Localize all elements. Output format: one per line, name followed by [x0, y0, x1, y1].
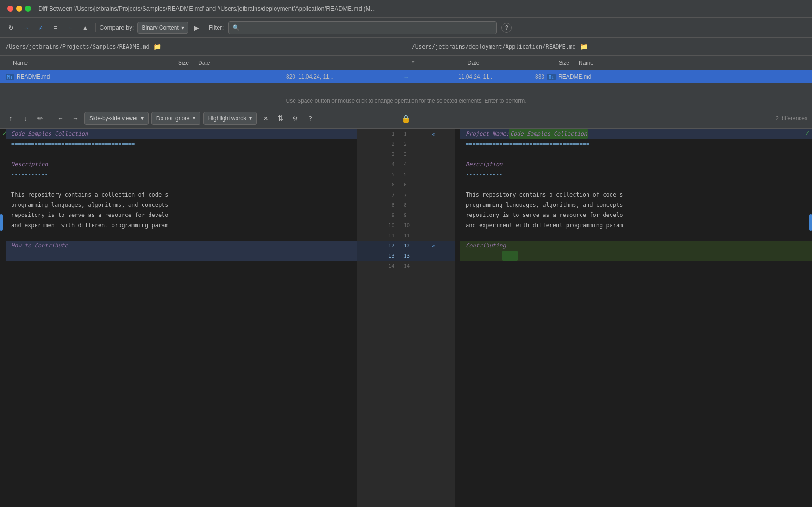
right-line-12: Contributing	[460, 241, 812, 251]
right-scroll-indicator	[809, 214, 812, 231]
settings-button[interactable]: ⚙	[289, 112, 301, 124]
lock-icon-area: 🔒	[401, 114, 411, 123]
right-name-header: Name	[579, 60, 593, 66]
help-button[interactable]: ?	[501, 23, 512, 33]
equal-button[interactable]: =	[49, 21, 62, 34]
right-file-name: README.md	[558, 74, 591, 80]
right-line-5: -----------	[460, 169, 812, 179]
line-nums-4: 4 4	[357, 159, 455, 169]
maximize-button[interactable]	[25, 6, 31, 12]
ignore-dropdown[interactable]: Do not ignore ▾	[151, 112, 200, 125]
left-line-4: Description	[6, 159, 357, 169]
close-diff-button[interactable]: ✕	[260, 112, 272, 124]
right-line-13: ---------------	[460, 251, 812, 261]
search-icon: 🔍	[232, 24, 240, 31]
line-nums-2: 2 2	[357, 139, 455, 149]
left-line-14	[6, 261, 357, 271]
line-nums-14: 14 14	[357, 261, 455, 271]
left-line-3	[6, 149, 357, 159]
compare-by-value: Binary Content	[142, 25, 178, 31]
diff-content-area: ✓ ✓ Code Samples Collection ============…	[0, 129, 812, 507]
back-button[interactable]: ←	[64, 21, 77, 34]
left-headers: Name Size Date	[0, 60, 365, 66]
column-headers: Name Size Date * Date Size Name	[0, 56, 812, 70]
left-line-9: repository is to serve as a resource for…	[6, 210, 357, 220]
diff-help-button[interactable]: ?	[304, 112, 316, 124]
file-row[interactable]: M↓ README.md 820 11.04.24, 11... → 11.04…	[0, 70, 812, 83]
up-button[interactable]: ▲	[79, 21, 92, 34]
right-line-3	[460, 149, 812, 159]
filter-label: Filter:	[209, 24, 224, 31]
line-nums-3: 3 3	[357, 149, 455, 159]
sync-button[interactable]: ⇅	[275, 112, 287, 124]
diff-count: 2 differences	[776, 115, 808, 122]
line-nums-12: 12 12 «	[357, 241, 455, 251]
line-nums-7: 7 7	[357, 190, 455, 200]
right-folder-icon[interactable]: 📁	[580, 43, 587, 50]
viewer-chevron: ▾	[141, 115, 144, 122]
line-nums-9: 9 9	[357, 210, 455, 220]
line-nums-13: 13 13	[357, 251, 455, 261]
expand-button[interactable]: ▶	[190, 21, 203, 34]
close-button[interactable]	[7, 6, 13, 12]
edit-button[interactable]: ✏	[34, 112, 46, 124]
left-line-5: -----------	[6, 169, 357, 179]
file-list: M↓ README.md 820 11.04.24, 11... → 11.04…	[0, 70, 812, 93]
compare-by-chevron: ▾	[181, 25, 184, 31]
right-line-9: repository is to serve as a resource for…	[460, 210, 812, 220]
right-path: /Users/jetbrains/deployment/Application/…	[412, 43, 576, 50]
viewer-label: Side-by-side viewer	[89, 115, 138, 122]
line-nums-10: 10 10	[357, 220, 455, 230]
filter-input[interactable]	[242, 25, 493, 31]
lock-icon: 🔒	[401, 114, 411, 122]
right-file-date: 11.04.24, 11...	[458, 74, 514, 80]
file-row-right: 11.04.24, 11... 833 M↓ README.md	[455, 74, 810, 80]
file-row-left: M↓ README.md 820 11.04.24, 11...	[2, 74, 357, 80]
left-check-mark: ✓	[2, 130, 7, 137]
left-file-date: 11.04.24, 11...	[298, 74, 354, 80]
not-equal-button[interactable]: ≠	[34, 21, 47, 34]
left-line-12: How to Contribute	[6, 241, 357, 251]
highlight-chevron: ▾	[249, 115, 252, 122]
scroll-down-button[interactable]: ↓	[19, 112, 31, 124]
left-path-side: /Users/jetbrains/Projects/Samples/README…	[0, 43, 406, 50]
right-line-7: This repository contains a collection of…	[460, 190, 812, 200]
scroll-up-button[interactable]: ↑	[5, 112, 17, 124]
right-line-10: and experiment with different programmin…	[460, 220, 812, 230]
prev-change-button[interactable]: ←	[55, 112, 67, 124]
left-line-6	[6, 179, 357, 190]
next-diff-button[interactable]: →	[19, 21, 32, 34]
title-bar: Diff Between '/Users/jetbrains/Projects/…	[0, 0, 812, 18]
minimize-button[interactable]	[16, 6, 22, 12]
left-line-13: -----------	[6, 251, 357, 261]
window-title: Diff Between '/Users/jetbrains/Projects/…	[38, 5, 805, 12]
left-diff-panel[interactable]: Code Samples Collection ================…	[0, 129, 357, 507]
left-date-header: Date	[198, 60, 263, 66]
line-nums-1: 1 1 «	[357, 129, 455, 139]
right-file-icon: M↓	[547, 74, 556, 80]
center-line-numbers: 1 1 « 2 2 3 3 4 4 5 5 6 6	[357, 129, 455, 507]
left-file-icon: M↓	[6, 74, 14, 80]
main-toolbar: ↻ → ≠ = ← ▲ Compare by: Binary Content ▾…	[0, 18, 812, 38]
left-size-header: Size	[152, 60, 189, 66]
right-check-mark: ✓	[805, 130, 810, 137]
left-line-2: =====================================	[6, 139, 357, 149]
filter-input-wrap: 🔍	[228, 21, 497, 34]
center-headers: *	[365, 60, 462, 66]
right-diff-panel[interactable]: Project Name: Code Samples Collection ==…	[455, 129, 812, 507]
ignore-label: Do not ignore	[156, 115, 190, 122]
right-line-14	[460, 261, 812, 271]
left-line-1: Code Samples Collection	[6, 129, 357, 139]
left-line-7: This repository contains a collection of…	[6, 190, 357, 200]
next-change-button[interactable]: →	[69, 112, 81, 124]
left-line-8: programming languages, algorithms, and c…	[6, 200, 357, 210]
compare-by-dropdown[interactable]: Binary Content ▾	[137, 22, 188, 34]
right-file-size: 833	[517, 74, 544, 80]
file-row-center: →	[357, 74, 455, 80]
highlight-dropdown[interactable]: Highlight words ▾	[203, 112, 257, 125]
right-line-1: Project Name: Code Samples Collection	[460, 129, 812, 139]
left-folder-icon[interactable]: 📁	[153, 43, 161, 50]
refresh-button[interactable]: ↻	[5, 21, 18, 34]
viewer-dropdown[interactable]: Side-by-side viewer ▾	[84, 112, 149, 125]
traffic-lights	[7, 6, 31, 12]
